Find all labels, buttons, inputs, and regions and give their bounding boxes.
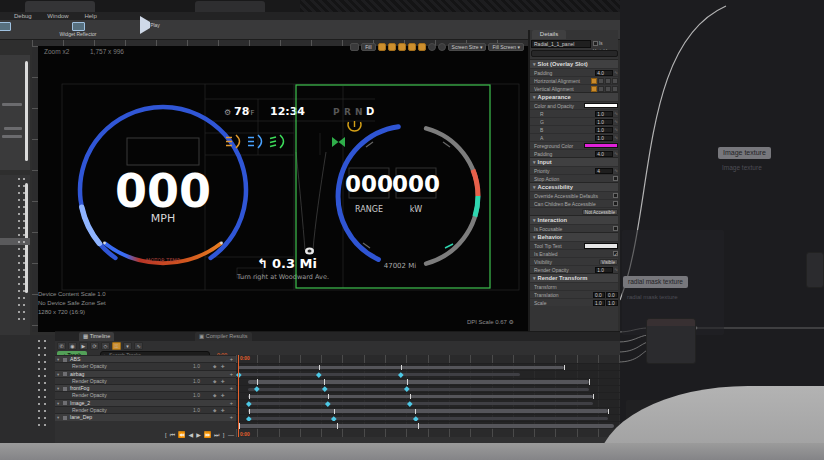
add-key-icon[interactable]: + bbox=[230, 414, 233, 420]
visibility-dot-icon[interactable] bbox=[18, 192, 20, 194]
control-can-children-be-accessible[interactable] bbox=[613, 201, 618, 206]
visibility-dot-icon[interactable] bbox=[18, 248, 20, 250]
tree-row[interactable] bbox=[0, 189, 30, 196]
checkbox-override-accessible-defaults[interactable] bbox=[613, 193, 618, 198]
tree-row[interactable] bbox=[0, 203, 30, 210]
track-airbag-property[interactable]: Render Opacity1.0◆✚ bbox=[55, 377, 236, 384]
align-button[interactable] bbox=[612, 78, 618, 84]
control-vertical-alignment[interactable] bbox=[591, 86, 618, 92]
tree-row[interactable] bbox=[0, 182, 30, 189]
visibility-dot-icon[interactable] bbox=[18, 213, 20, 215]
track-image-2-property[interactable]: Render Opacity1.0◆✚ bbox=[55, 406, 236, 413]
visibility-dot-icon[interactable] bbox=[23, 262, 25, 264]
visibility-dot-icon[interactable] bbox=[23, 297, 25, 299]
tree-row[interactable] bbox=[0, 287, 30, 294]
previous-key-button[interactable]: ⏪ bbox=[178, 432, 187, 438]
tree-row[interactable] bbox=[0, 308, 30, 315]
visibility-dot-icon[interactable] bbox=[18, 199, 20, 201]
tree-row[interactable] bbox=[30, 372, 55, 379]
control-color-r[interactable]: 1.0∿ bbox=[595, 111, 618, 117]
play-button[interactable]: ▶ bbox=[196, 432, 202, 438]
property-range-bar[interactable] bbox=[236, 373, 520, 376]
track-abs[interactable]: ▾ABS+ bbox=[55, 355, 236, 362]
details-search-input[interactable] bbox=[531, 50, 618, 57]
property-range-bar[interactable] bbox=[248, 402, 594, 405]
tree-row[interactable] bbox=[30, 400, 55, 407]
visibility-dot-icon[interactable] bbox=[18, 227, 20, 229]
field-color-a[interactable]: 1.0 bbox=[595, 135, 613, 141]
tree-row[interactable] bbox=[0, 315, 30, 322]
field-appearance-padding[interactable]: 4.0 bbox=[595, 151, 613, 157]
instrument-cluster-canvas[interactable]: 000 MPH MOTOR TEMP ⚙ 78 °F 12:34 P R N bbox=[32, 40, 528, 332]
tab-compiler-results[interactable]: ▣ Compiler Results bbox=[195, 332, 252, 341]
tree-row[interactable] bbox=[0, 196, 30, 203]
skip-to-start-button[interactable]: ⏮ bbox=[170, 432, 176, 438]
track-abs-property[interactable]: Render Opacity1.0◆✚ bbox=[55, 362, 236, 369]
field-translation[interactable]: 0.0 bbox=[593, 292, 605, 298]
toolbar-button-cut[interactable] bbox=[0, 22, 16, 31]
align-button[interactable] bbox=[591, 86, 597, 92]
control-color-b[interactable]: 1.0∿ bbox=[595, 127, 618, 133]
control-is-enabled[interactable]: ✓ bbox=[613, 251, 618, 256]
visibility-dot-icon[interactable] bbox=[18, 178, 20, 180]
track-range-bar[interactable] bbox=[238, 424, 614, 428]
dropdown-accessible-behavior[interactable]: Not Accessible bbox=[582, 209, 618, 215]
snap-icon[interactable]: ▾ bbox=[123, 342, 132, 350]
visibility-dot-icon[interactable] bbox=[23, 318, 25, 320]
control-color-and-opacity[interactable] bbox=[584, 103, 618, 108]
menu-help[interactable]: Help bbox=[84, 13, 96, 19]
visibility-dot-icon[interactable] bbox=[18, 304, 20, 306]
tree-row[interactable] bbox=[0, 175, 30, 182]
timeline-ruler-top[interactable] bbox=[236, 355, 620, 363]
track-frontfog[interactable]: ▾frontFog+ bbox=[55, 384, 236, 391]
is-variable-checkbox[interactable] bbox=[593, 41, 598, 46]
control-accessible-behavior[interactable]: Not Accessible bbox=[582, 209, 618, 215]
visibility-dot-icon[interactable] bbox=[23, 241, 25, 243]
section-input[interactable]: ▾Input bbox=[530, 157, 618, 166]
step-forward-button[interactable]: ⏩ bbox=[204, 432, 213, 438]
tree-row[interactable] bbox=[0, 273, 30, 280]
tree-row[interactable] bbox=[0, 245, 30, 252]
align-button[interactable] bbox=[598, 86, 604, 92]
tree-row[interactable] bbox=[30, 344, 55, 351]
field-translation[interactable]: 0.0 bbox=[606, 292, 618, 298]
tree-row[interactable] bbox=[0, 238, 30, 245]
play-options-icon[interactable]: ▶ bbox=[79, 342, 88, 350]
visibility-dot-icon[interactable] bbox=[44, 410, 46, 412]
visibility-dot-icon[interactable] bbox=[38, 375, 40, 377]
visibility-dot-icon[interactable] bbox=[38, 417, 40, 419]
control-is-focusable[interactable] bbox=[613, 226, 618, 231]
visibility-dot-icon[interactable] bbox=[23, 248, 25, 250]
visibility-dot-icon[interactable] bbox=[23, 290, 25, 292]
tree-row[interactable] bbox=[30, 386, 55, 393]
input-tool-tip-text[interactable] bbox=[584, 243, 618, 249]
visibility-dot-icon[interactable] bbox=[23, 213, 25, 215]
visibility-dot-icon[interactable] bbox=[23, 220, 25, 222]
visibility-dot-icon[interactable] bbox=[38, 396, 40, 398]
visibility-dot-icon[interactable] bbox=[38, 424, 40, 426]
visibility-dot-icon[interactable] bbox=[18, 220, 20, 222]
section-accessibility[interactable]: ▾Accessibility bbox=[530, 182, 618, 191]
visibility-dot-icon[interactable] bbox=[18, 185, 20, 187]
color-swatch-color-and-opacity[interactable] bbox=[584, 103, 618, 108]
keyframe[interactable] bbox=[407, 401, 412, 406]
field-render-opacity[interactable]: 1.0 bbox=[595, 267, 613, 273]
visibility-dot-icon[interactable] bbox=[23, 276, 25, 278]
tree-row[interactable] bbox=[30, 407, 55, 414]
dpi-settings-gear-icon[interactable]: ⚙ bbox=[509, 319, 514, 325]
tab-details[interactable]: Details bbox=[532, 30, 566, 39]
keyframe[interactable] bbox=[322, 387, 327, 392]
control-appearance-padding[interactable]: 4.0∿ bbox=[595, 151, 618, 157]
control-visibility[interactable]: Visible bbox=[599, 259, 618, 265]
widget-reflector-button[interactable]: Widget Reflector bbox=[55, 22, 101, 37]
field-priority[interactable]: 4 bbox=[595, 168, 613, 174]
track-airbag[interactable]: ▾airbag+ bbox=[55, 370, 236, 377]
property-range-bar[interactable] bbox=[248, 388, 590, 391]
shader-node-partial[interactable] bbox=[806, 252, 824, 288]
field-scale[interactable]: 1.0 bbox=[593, 300, 605, 306]
control-color-a[interactable]: 1.0∿ bbox=[595, 135, 618, 141]
scrollbar[interactable] bbox=[25, 61, 28, 161]
save-icon[interactable]: ✆ bbox=[57, 342, 66, 350]
section-appearance[interactable]: ▾Appearance bbox=[530, 92, 618, 101]
track-range-bar[interactable] bbox=[248, 395, 594, 399]
